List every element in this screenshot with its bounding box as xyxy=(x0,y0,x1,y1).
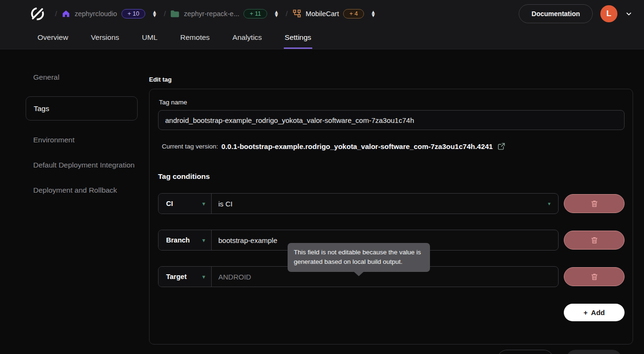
breadcrumb-org-label: zephyrcloudio xyxy=(75,10,117,18)
sidebar-item-environment[interactable]: Environment xyxy=(26,135,138,145)
home-icon xyxy=(62,9,70,18)
top-bar: / zephyrcloudio + 10 ▲▼ / zephyr-repack-… xyxy=(0,0,644,27)
tab-uml[interactable]: UML xyxy=(141,27,159,49)
condition-value-label: bootstrap-example xyxy=(218,236,277,244)
breadcrumb-organization[interactable]: zephyrcloudio + 10 xyxy=(62,9,145,19)
footer-primary-button[interactable] xyxy=(566,350,622,354)
app-switcher-icon[interactable]: ▲▼ xyxy=(369,10,378,17)
chevron-down-icon: ▾ xyxy=(202,238,205,243)
condition-key-label: CI xyxy=(166,200,173,207)
plus-icon: + xyxy=(584,308,588,317)
top-right-actions: Documentation L xyxy=(519,4,633,23)
chevron-down-icon: ▾ xyxy=(202,201,205,206)
delete-condition-button[interactable] xyxy=(564,194,625,213)
tag-conditions-title: Tag conditions xyxy=(158,172,625,181)
delete-condition-button[interactable] xyxy=(564,267,625,286)
delete-condition-button[interactable] xyxy=(564,231,625,250)
tab-versions[interactable]: Versions xyxy=(90,27,120,49)
tab-overview[interactable]: Overview xyxy=(37,27,69,49)
current-version-label: Current tag version: xyxy=(162,143,218,150)
project-count-badge: + 11 xyxy=(243,9,267,19)
main-nav-tabs: Overview Versions UML Remotes Analytics … xyxy=(0,27,644,49)
sidebar-item-general[interactable]: General xyxy=(26,72,138,82)
external-link-icon[interactable] xyxy=(497,142,505,150)
condition-key-label: Branch xyxy=(166,236,190,244)
tab-settings[interactable]: Settings xyxy=(284,27,312,49)
breadcrumb-separator: / xyxy=(164,9,166,18)
current-version-value: 0.0.1-bootstrap-example.rodrigo_yokota_v… xyxy=(222,142,493,150)
org-count-badge: + 10 xyxy=(121,9,146,19)
settings-main: Edit tag Tag name Current tag version: 0… xyxy=(142,49,644,354)
condition-field: CI ▾ is CI ▾ xyxy=(158,193,559,214)
breadcrumb-project[interactable]: zephyr-repack-e... + 11 xyxy=(170,9,267,19)
tag-name-input[interactable] xyxy=(158,110,625,130)
breadcrumb-app-label: MobileCart xyxy=(306,10,339,18)
chevron-down-icon[interactable] xyxy=(625,10,633,18)
condition-value-label: ANDROID xyxy=(218,273,251,281)
sidebar-item-deployment-and-rollback[interactable]: Deployment and Rollback xyxy=(26,185,138,195)
condition-row-ci: CI ▾ is CI ▾ xyxy=(158,193,625,214)
add-condition-button[interactable]: + Add xyxy=(564,304,625,321)
condition-key-dropdown[interactable]: CI ▾ xyxy=(159,194,212,214)
current-tag-version-row: Current tag version: 0.0.1-bootstrap-exa… xyxy=(162,142,625,150)
documentation-button[interactable]: Documentation xyxy=(519,4,593,23)
sidebar-item-tags[interactable]: Tags xyxy=(26,96,138,121)
page-title: Edit tag xyxy=(149,76,633,83)
content-area: General Tags Environment Default Deploym… xyxy=(0,49,644,354)
avatar[interactable]: L xyxy=(600,5,617,22)
breadcrumb-separator: / xyxy=(286,9,288,18)
zephyr-logo[interactable] xyxy=(28,5,47,23)
footer-secondary-button[interactable] xyxy=(497,350,553,354)
condition-value-label: is CI xyxy=(218,200,233,208)
breadcrumb: / zephyrcloudio + 10 ▲▼ / zephyr-repack-… xyxy=(55,9,378,19)
condition-key-label: Target xyxy=(166,273,187,280)
breadcrumb-project-label: zephyr-repack-e... xyxy=(184,10,239,18)
org-switcher-icon[interactable]: ▲▼ xyxy=(150,10,159,17)
hierarchy-icon xyxy=(292,9,301,18)
tab-remotes[interactable]: Remotes xyxy=(179,27,211,49)
footer-actions xyxy=(149,350,633,354)
not-editable-tooltip: This field is not editable because the v… xyxy=(288,243,430,272)
settings-sidebar: General Tags Environment Default Deploym… xyxy=(0,49,142,354)
sidebar-item-default-deployment-integration[interactable]: Default Deployment Integration xyxy=(26,160,138,170)
condition-value-dropdown[interactable]: is CI ▾ xyxy=(212,194,558,214)
edit-tag-panel: Tag name Current tag version: 0.0.1-boot… xyxy=(149,89,633,345)
chevron-down-icon: ▾ xyxy=(548,201,551,206)
breadcrumb-separator: / xyxy=(55,9,57,18)
app-count-badge: + 4 xyxy=(343,9,364,19)
tag-name-label: Tag name xyxy=(159,99,625,106)
folder-icon xyxy=(170,10,179,18)
condition-key-dropdown[interactable]: Branch ▾ xyxy=(159,230,212,250)
tab-analytics[interactable]: Analytics xyxy=(232,27,263,49)
project-switcher-icon[interactable]: ▲▼ xyxy=(272,10,281,17)
breadcrumb-application[interactable]: MobileCart + 4 xyxy=(292,9,364,19)
chevron-down-icon: ▾ xyxy=(202,274,205,279)
condition-key-dropdown[interactable]: Target ▾ xyxy=(159,267,212,287)
add-row: + Add xyxy=(158,304,625,321)
add-button-label: Add xyxy=(591,308,605,317)
